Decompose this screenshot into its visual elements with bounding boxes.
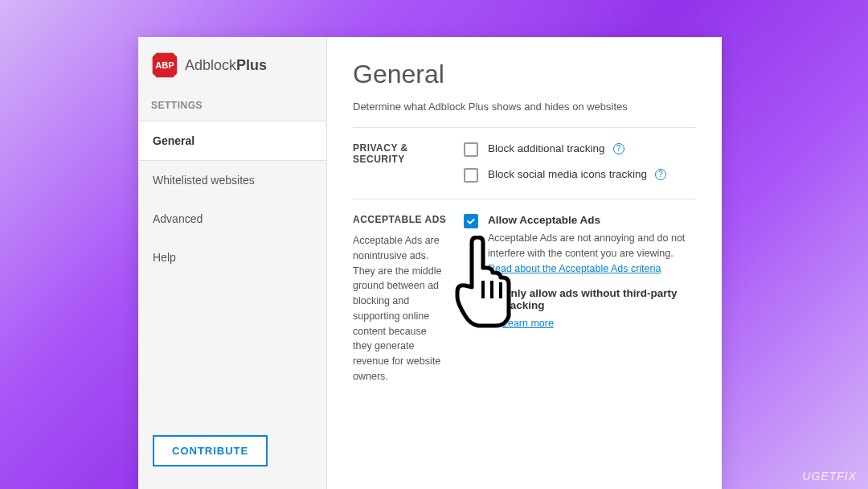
svg-text:ABP: ABP xyxy=(155,60,174,70)
checkbox-label: Block social media icons tracking ? xyxy=(488,168,696,180)
sidebar-item-help[interactable]: Help xyxy=(138,238,326,277)
acceptable-section-desc: Acceptable Ads are nonintrusive ads. The… xyxy=(353,233,448,384)
checkbox-block-social[interactable] xyxy=(464,168,478,183)
checkbox-label: Allow Acceptable Ads xyxy=(488,214,696,226)
logo-area: ABP AdblockPlus xyxy=(138,37,326,93)
checkbox-block-tracking[interactable] xyxy=(464,142,478,157)
sidebar-item-label: General xyxy=(153,134,194,147)
read-criteria-link[interactable]: Read about the Acceptable Ads criteria xyxy=(488,263,661,274)
contribute-button[interactable]: CONTRIBUTE xyxy=(153,435,268,466)
settings-window: ABP AdblockPlus SETTINGS General Whiteli… xyxy=(138,37,722,489)
option-block-social: Block social media icons tracking ? xyxy=(464,168,696,183)
sidebar-item-advanced[interactable]: Advanced xyxy=(138,199,326,238)
checkbox-desc: Acceptable Ads are not annoying and do n… xyxy=(488,231,696,276)
acceptable-section-title: ACCEPTABLE ADS xyxy=(353,214,448,225)
logo-text: AdblockPlus xyxy=(185,57,267,74)
acceptable-ads-section: ACCEPTABLE ADS Acceptable Ads are nonint… xyxy=(353,214,696,384)
info-icon[interactable]: ? xyxy=(613,143,624,154)
sidebar: ABP AdblockPlus SETTINGS General Whiteli… xyxy=(138,37,327,489)
privacy-section: PRIVACY & SECURITY Block additional trac… xyxy=(353,142,696,183)
info-icon[interactable]: ? xyxy=(655,169,666,180)
option-only-no-thirdparty: Only allow ads without third-party track… xyxy=(502,287,696,330)
divider xyxy=(353,199,696,199)
watermark: UGETFIX xyxy=(802,470,857,483)
sidebar-item-label: Whitelisted websites xyxy=(153,174,255,187)
page-subtitle: Determine what Adblock Plus shows and hi… xyxy=(353,101,696,113)
sub-option-title: Only allow ads without third-party track… xyxy=(502,287,696,311)
sidebar-item-label: Help xyxy=(153,251,176,264)
option-allow-acceptable: Allow Acceptable Ads Acceptable Ads are … xyxy=(464,214,696,276)
sidebar-items: General Whitelisted websites Advanced He… xyxy=(138,121,326,277)
privacy-section-title: PRIVACY & SECURITY xyxy=(353,142,448,165)
divider xyxy=(353,127,696,128)
sidebar-item-label: Advanced xyxy=(153,212,203,225)
sidebar-item-general[interactable]: General xyxy=(138,121,326,161)
page-title: General xyxy=(353,60,696,89)
abp-logo-icon: ABP xyxy=(151,51,178,79)
learn-more-link[interactable]: Learn more xyxy=(502,318,554,329)
sidebar-item-whitelist[interactable]: Whitelisted websites xyxy=(138,161,326,199)
main-panel: General Determine what Adblock Plus show… xyxy=(327,37,722,489)
sidebar-section-title: SETTINGS xyxy=(138,93,326,121)
checkbox-allow-acceptable[interactable] xyxy=(464,214,478,228)
option-block-tracking: Block additional tracking ? xyxy=(464,142,696,157)
checkbox-label: Block additional tracking ? xyxy=(488,142,696,154)
